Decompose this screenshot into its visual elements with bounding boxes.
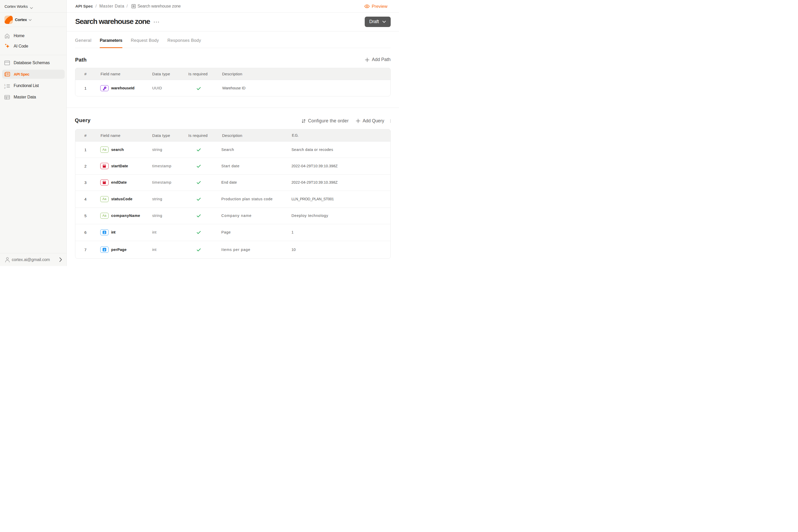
svg-text:1: 1 bbox=[4, 83, 5, 86]
svg-text:2: 2 bbox=[4, 86, 5, 89]
